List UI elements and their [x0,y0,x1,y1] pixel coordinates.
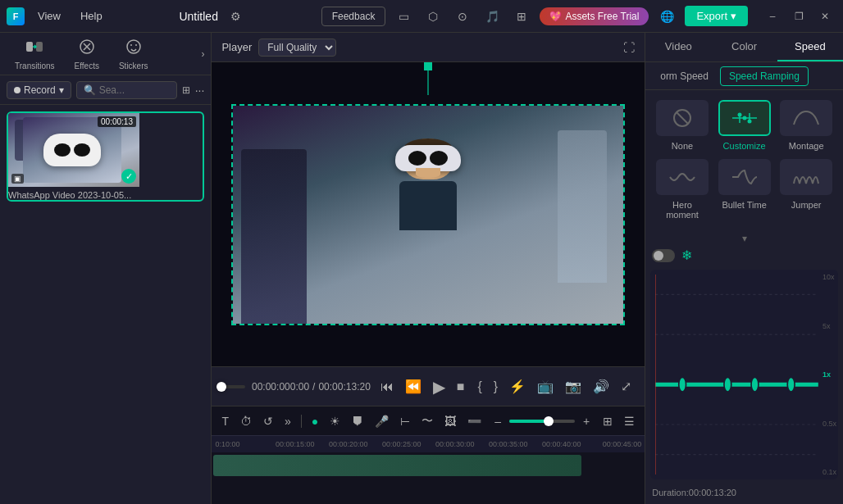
speed-option-none[interactable]: None [655,100,709,151]
feedback-button[interactable]: Feedback [321,7,386,26]
progress-bar[interactable] [221,385,245,388]
wave-icon[interactable]: 〜 [418,412,436,430]
speed-option-hero-moment[interactable]: Hero moment [655,159,709,220]
menu-view[interactable]: View [34,8,64,24]
window-icon-1[interactable]: ▭ [392,5,415,28]
track-clip[interactable] [213,455,581,476]
graph-label-1x: 1x [822,370,836,379]
media-duration: 00:00:13 [98,116,136,127]
menu-help[interactable]: Help [77,8,106,24]
search-input[interactable] [99,84,157,96]
volume-icon[interactable]: 🔊 [590,375,613,397]
export-button[interactable]: Export ▾ [685,6,748,26]
zoom-out-icon[interactable]: – [490,413,506,429]
timeline-track-1 [212,452,645,479]
record-dot [14,87,21,93]
mark-in-icon[interactable]: { [475,376,485,397]
controls-bar: 00:00:000:00 / 00:00:13:20 ⏮ ⏪ ▶ ■ { } ⚡… [212,366,645,406]
shield-icon[interactable]: ⛊ [349,413,367,429]
zoom-thumb[interactable] [544,416,554,426]
subtab-speed-ramping[interactable]: Speed Ramping [720,66,809,86]
expand-tools-icon[interactable]: › [201,48,204,60]
image-icon[interactable]: 🖼 [441,413,459,429]
fullscreen-icon[interactable]: ⛶ [623,41,635,54]
more-tools-icon[interactable]: » [281,413,294,429]
speed-option-customize[interactable]: Customize [718,100,772,151]
media-item[interactable]: 00:00:13 ▣ ✓ WhatsApp Video 2023-10-05..… [7,111,204,202]
zoom-in-icon[interactable]: + [578,413,595,429]
timer-icon[interactable]: ⏱ [237,413,255,429]
globe-icon[interactable]: 🌐 [655,5,678,28]
minus-icon[interactable]: ➖ [464,413,485,429]
freeze-toggle[interactable] [652,249,675,262]
tab-speed[interactable]: Speed [777,33,843,61]
refresh-icon[interactable]: ↺ [260,413,276,429]
window-icon-5[interactable]: ⊞ [510,5,533,28]
speed-hero-icon [656,159,709,195]
record-button[interactable]: Record ▾ [7,81,71,99]
right-tabs: Video Color Speed [645,33,843,62]
window-icon-4[interactable]: 🎵 [481,5,504,28]
window-controls: – ❐ ✕ [761,8,836,25]
text-tool-icon[interactable]: T [218,413,232,429]
svg-point-22 [787,376,795,393]
media-tag: ▣ [11,174,24,184]
freeze-icon[interactable]: ❄ [681,247,692,263]
stop-icon[interactable]: ■ [453,376,468,397]
track-toggle-icon[interactable]: ☰ [621,413,638,429]
speed-icon[interactable]: ⚡ [506,375,529,397]
close-button[interactable]: ✕ [813,8,836,25]
tool-stickers[interactable]: Stickers [111,34,157,74]
window-icon-2[interactable]: ⬡ [422,5,444,28]
svg-point-5 [135,44,137,46]
tab-video[interactable]: Video [645,33,711,61]
search-box[interactable]: 🔍 [76,81,177,99]
tab-color[interactable]: Color [711,33,777,61]
ruler-mark-3: 00:00:20:00 [321,440,375,448]
sun-icon[interactable]: ☀ [326,413,344,429]
maximize-button[interactable]: ❐ [787,8,810,25]
quality-select[interactable]: Full Quality [258,39,336,57]
window-icon-3[interactable]: ⊙ [451,5,474,28]
project-settings-icon[interactable]: ⚙ [225,5,248,28]
chevron-down-icon: ▾ [742,233,747,244]
assets-button[interactable]: 💖 Assets Free Trial [540,7,649,25]
play-icon[interactable]: ▶ [430,374,449,400]
grid-icon[interactable]: ⊞ [599,413,616,429]
show-more-button[interactable]: ▾ [645,229,843,247]
speed-option-jumper[interactable]: Jumper [779,159,833,220]
split-icon[interactable]: ⊢ [397,413,413,429]
speed-customize-label: Customize [723,141,766,151]
step-back-icon[interactable]: ⏪ [402,375,425,397]
speed-option-montage[interactable]: Montage [779,100,833,151]
record-label: Record [24,84,56,96]
progress-thumb[interactable] [216,382,226,392]
tool-transitions[interactable]: Transitions [7,34,63,74]
video-frame[interactable] [231,104,625,325]
filter-icon[interactable]: ⊞ [182,84,190,96]
app-logo: F [7,7,25,25]
zoom-slider[interactable] [509,420,575,423]
speed-option-bullet-time[interactable]: Bullet Time [718,159,772,220]
media-name: WhatsApp Video 2023-10-05... [8,190,139,200]
graph-label-5x: 5x [822,322,836,330]
extra-controls: { } ⚡ 📺 📷 🔊 ⤢ [475,375,636,397]
expand-icon[interactable]: ⤢ [617,375,635,397]
speed-graph-svg[interactable] [655,275,818,474]
more-options-icon[interactable]: ··· [195,84,205,97]
skip-back-icon[interactable]: ⏮ [377,376,397,397]
svg-rect-0 [26,42,33,52]
screen-icon[interactable]: 📺 [534,375,557,397]
speed-customize-icon [718,100,771,136]
active-tool-icon[interactable]: ● [308,413,321,429]
effects-icon [78,38,96,60]
minimize-button[interactable]: – [761,8,784,25]
zoom-control: – + [490,413,595,429]
tool-effects[interactable]: Effects [66,34,107,74]
mark-out-icon[interactable]: } [490,376,501,397]
subtab-uniform-speed[interactable]: orm Speed [652,67,717,85]
camera-icon[interactable]: 📷 [562,375,585,397]
playhead-dot [424,62,432,70]
mic-icon[interactable]: 🎤 [371,413,392,429]
player-bar: Player Full Quality ⛶ [212,33,645,62]
